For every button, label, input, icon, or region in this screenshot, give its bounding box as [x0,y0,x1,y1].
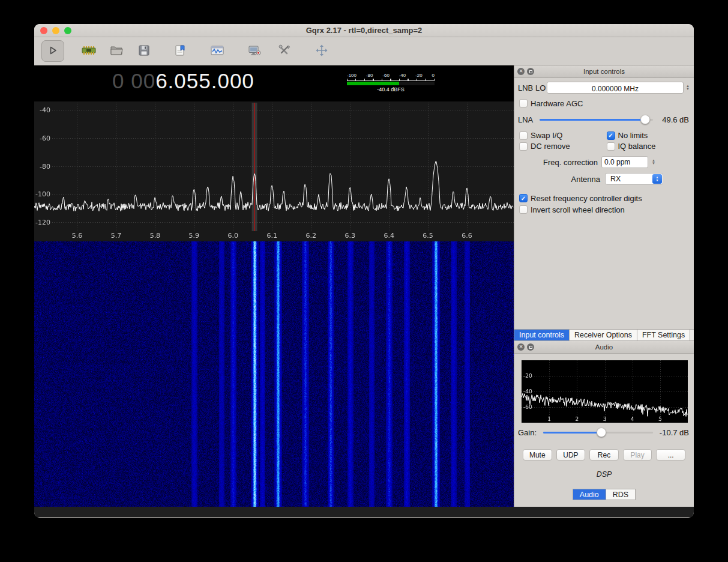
dc-remove-checkbox[interactable]: DC remove [519,142,607,151]
play-button[interactable]: Play [623,449,652,461]
lna-gain-value: 49.6 dB [655,115,689,124]
dbfs-meter-scale [347,79,435,81]
lna-label: LNA [518,115,537,124]
reset-digits-checkbox[interactable]: Reset frequency controller digits [519,194,642,203]
swap-iq-checkbox-box[interactable] [519,131,528,140]
lnb-lo-label: LNB LO [518,83,547,92]
open-folder-icon [110,45,123,58]
freq-correction-input[interactable]: 0.0 ppm [601,156,648,168]
lnb-lo-stepper[interactable]: ▲▼ [685,85,691,91]
freq-correction-stepper[interactable]: ▲▼ [651,159,657,165]
play-icon [47,44,59,58]
iq-balance-checkbox[interactable]: IQ balance [607,142,694,151]
antenna-value: RX [610,175,621,183]
frequency-main-digits: 6.055.000 [155,69,254,92]
no-limits-checkbox-box[interactable] [607,131,615,140]
tab-rds[interactable]: RDS [606,489,636,500]
freq-correction-label: Freq. correction [543,158,598,167]
udp-button[interactable]: UDP [556,449,586,461]
close-dock-icon[interactable]: ✕ [517,343,525,351]
audio-gain-label: Gain: [518,428,541,437]
input-controls-panel: LNB LO 0.000000 MHz ▲▼ Hardware AGC LNA [514,78,694,329]
audio-gain-slider[interactable] [543,428,653,437]
close-dock-icon[interactable]: ✕ [517,68,525,75]
dc-remove-checkbox-box[interactable] [519,142,528,151]
dbfs-meter-ticks: -100 -80 -60 -40 -20 0 [347,73,435,79]
reset-digits-checkbox-box[interactable] [519,194,528,202]
save-file-button[interactable] [133,40,155,62]
rec-button[interactable]: Rec [589,449,619,461]
move-arrows-icon [315,44,328,59]
mute-button[interactable]: Mute [523,449,552,461]
audio-gain-slider-thumb[interactable] [597,428,606,437]
zoom-window-button[interactable] [64,27,71,34]
hardware-agc-label: Hardware AGC [531,99,583,108]
invert-scroll-checkbox-box[interactable] [519,205,528,214]
audio-tab-bar: Audio RDS [514,489,694,500]
lna-slider-thumb[interactable] [640,115,650,124]
no-limits-checkbox[interactable]: No limits [607,131,694,140]
hardware-agc-checkbox-box[interactable] [519,99,528,107]
reset-digits-label: Reset frequency controller digits [531,194,642,203]
open-file-button[interactable] [105,40,128,62]
input-controls-dock-header: ✕ Input controls [514,65,694,78]
no-limits-label: No limits [618,131,648,140]
float-dock-icon[interactable] [527,68,534,75]
lnb-lo-input[interactable]: 0.000000 MHz [547,82,684,94]
dbfs-meter-bar [347,82,435,85]
bookmarks-button[interactable] [169,40,191,62]
gqrx-window: Gqrx 2.17 - rtl=0,direct_samp=2 [34,24,694,518]
audio-button-row: Mute UDP Rec Play ... [523,449,685,461]
dropdown-chevrons-icon: ▲▼ [652,174,662,184]
dsp-label: DSP [514,470,694,479]
dock-tab-bar: Input controls Receiver Options FFT Sett… [514,329,694,341]
audio-dock-header: ✕ Audio [514,341,694,354]
bookmark-icon [174,44,186,58]
input-controls-dock-title: Input controls [514,68,694,75]
tab-audio[interactable]: Audio [573,489,606,500]
titlebar[interactable]: Gqrx 2.17 - rtl=0,direct_samp=2 [34,24,694,37]
antenna-dropdown[interactable]: RX ▲▼ [605,173,663,185]
invert-scroll-checkbox[interactable]: Invert scroll wheel direction [519,205,625,214]
window-title: Gqrx 2.17 - rtl=0,direct_samp=2 [34,26,694,35]
waterfall-display[interactable] [34,241,514,507]
window-bottom-strip [34,507,694,517]
iq-balance-label: IQ balance [618,142,656,151]
remote-control-button[interactable] [243,40,266,62]
dc-remove-label: DC remove [531,142,570,151]
spectrum-plot[interactable] [34,101,514,241]
frequency-display[interactable]: 0 006.055.000 [112,69,254,93]
audio-panel: Gain: -10.7 dB Mute UDP Rec Play ... DSP [514,354,694,507]
audio-fft-plot[interactable] [522,360,688,423]
meter-tick: -80 [366,73,373,79]
frequency-dim-digits: 0 00 [112,69,155,92]
tab-fft-settings[interactable]: FFT Settings [637,330,690,340]
dbfs-meter-fill [347,82,399,85]
start-dsp-button[interactable] [41,40,64,62]
tab-input-controls[interactable]: Input controls [514,330,570,340]
float-dock-icon[interactable] [527,343,534,351]
configure-device-button[interactable] [77,40,100,62]
meter-tick: -40 [399,73,406,79]
dbfs-meter: -100 -80 -60 -40 -20 0 -40.4 dBFS [347,73,435,92]
tools-button[interactable] [273,40,296,62]
traffic-lights [40,27,71,34]
meter-tick: 0 [432,73,434,79]
hardware-agc-checkbox[interactable]: Hardware AGC [519,99,583,108]
remote-screen-icon [248,44,261,58]
audio-dock-title: Audio [514,343,694,351]
iq-tool-button[interactable] [206,40,229,62]
swap-iq-label: Swap I/Q [531,131,562,140]
lna-gain-slider[interactable] [540,115,653,124]
minimize-window-button[interactable] [52,27,59,34]
invert-scroll-label: Invert scroll wheel direction [531,205,625,214]
swap-iq-checkbox[interactable]: Swap I/Q [519,131,607,140]
tab-receiver-options[interactable]: Receiver Options [570,330,637,340]
iq-balance-checkbox-box[interactable] [607,142,615,151]
antenna-label: Antenna [571,175,600,184]
fullscreen-button[interactable] [310,40,333,62]
toolbar [34,37,694,65]
more-options-button[interactable]: ... [656,449,685,461]
meter-tick: -100 [347,73,356,79]
close-window-button[interactable] [40,27,47,34]
